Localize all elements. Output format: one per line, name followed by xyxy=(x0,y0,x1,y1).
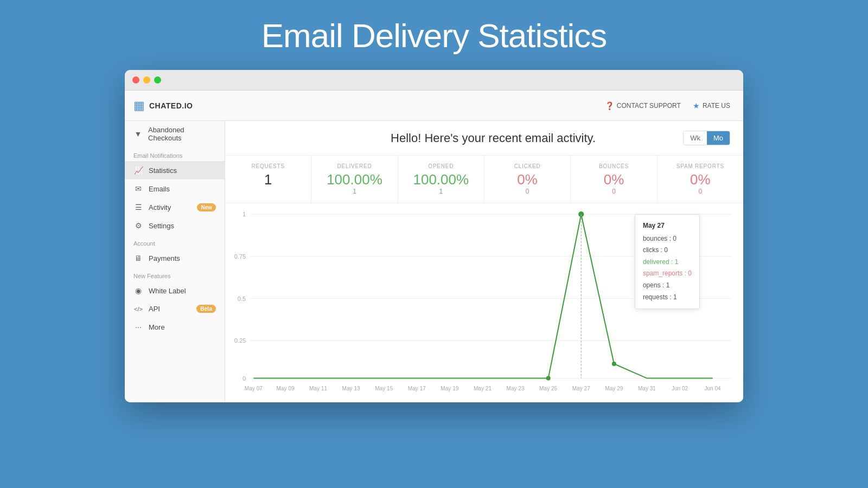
period-month-button[interactable]: Mo xyxy=(707,131,730,145)
svg-text:Jun 04: Jun 04 xyxy=(704,386,721,391)
svg-text:May 31: May 31 xyxy=(638,386,656,391)
sidebar-section-new-features: New Features xyxy=(125,267,225,281)
tooltip-opens-val: 1 xyxy=(666,281,670,289)
close-button[interactable] xyxy=(132,76,139,84)
sidebar-item-api[interactable]: </> API Beta xyxy=(125,300,225,318)
sidebar-item-label: Abandoned Checkouts xyxy=(148,126,216,142)
sidebar-statistics-label: Statistics xyxy=(149,166,177,175)
app-window: ▦ CHATED.IO ❓ CONTACT SUPPORT ★ RATE US … xyxy=(125,70,743,402)
tooltip-requests-val: 1 xyxy=(673,293,677,301)
requests-value: 1 xyxy=(234,172,302,187)
tooltip-clicks: clicks : 0 xyxy=(643,245,692,256)
tooltip-bounces: bounces : 0 xyxy=(643,233,692,245)
sidebar-item-more[interactable]: ··· More xyxy=(125,318,225,336)
activity-new-badge: New xyxy=(197,203,216,211)
svg-text:May 29: May 29 xyxy=(605,386,623,391)
white-label-icon: ◉ xyxy=(133,286,143,295)
svg-text:0: 0 xyxy=(242,375,246,382)
help-icon: ❓ xyxy=(605,101,614,110)
spam-value: 0% xyxy=(666,172,735,187)
svg-text:May 19: May 19 xyxy=(441,386,458,391)
clicked-value: 0% xyxy=(493,172,561,187)
titlebar xyxy=(125,70,743,91)
maximize-button[interactable] xyxy=(154,76,161,84)
main-content: Hello! Here's your recent email activity… xyxy=(225,121,743,402)
traffic-lights xyxy=(132,76,161,84)
requests-label: REQUESTS xyxy=(234,163,302,169)
sidebar-item-emails[interactable]: ✉ Emails xyxy=(125,179,225,198)
svg-text:0.75: 0.75 xyxy=(234,253,246,260)
page-title: Email Delivery Statistics xyxy=(261,16,607,55)
gear-icon: ⚙ xyxy=(133,221,143,230)
delivered-value: 100.00% xyxy=(320,172,388,187)
contact-support-label: CONTACT SUPPORT xyxy=(617,102,681,110)
chart-area: 1 0.75 0.5 0.25 0 May 07 May 09 May 11 xyxy=(225,203,743,402)
content-header: Hello! Here's your recent email activity… xyxy=(225,121,743,156)
svg-text:1: 1 xyxy=(242,211,246,217)
stats-row: REQUESTS 1 DELIVERED 100.00% 1 OPENED 10… xyxy=(225,156,743,203)
sidebar-item-abandoned-checkouts[interactable]: ▼ Abandoned Checkouts xyxy=(125,121,225,147)
app-layout: ▼ Abandoned Checkouts Email Notification… xyxy=(125,121,743,402)
code-icon: </> xyxy=(133,306,143,312)
rate-us-button[interactable]: ★ RATE US xyxy=(688,99,735,113)
svg-point-27 xyxy=(612,362,616,366)
svg-text:Jun 02: Jun 02 xyxy=(672,386,688,391)
opened-label: OPENED xyxy=(407,163,475,169)
chart-icon: 📈 xyxy=(133,166,143,175)
contact-support-button[interactable]: ❓ CONTACT SUPPORT xyxy=(601,99,685,113)
bounces-label: BOUNCES xyxy=(579,163,648,169)
star-icon: ★ xyxy=(693,101,700,110)
spam-sub: 0 xyxy=(666,188,735,195)
sidebar-emails-label: Emails xyxy=(149,185,170,193)
svg-text:May 21: May 21 xyxy=(474,386,492,391)
api-beta-badge: Beta xyxy=(196,305,216,313)
period-week-button[interactable]: Wk xyxy=(684,131,707,145)
tooltip-delivered-val: 1 xyxy=(675,258,679,266)
chart-tooltip: May 27 bounces : 0 clicks : 0 delivered … xyxy=(635,214,700,309)
sidebar-payments-label: Payments xyxy=(149,254,180,262)
svg-text:0.25: 0.25 xyxy=(234,337,246,344)
top-bar: ▦ CHATED.IO ❓ CONTACT SUPPORT ★ RATE US xyxy=(125,91,743,121)
bounces-value: 0% xyxy=(579,172,648,187)
tooltip-opens: opens : 1 xyxy=(643,280,692,292)
stat-card-clicked: CLICKED 0% 0 xyxy=(484,156,571,203)
tooltip-requests: requests : 1 xyxy=(643,292,692,304)
minimize-button[interactable] xyxy=(143,76,150,84)
delivered-label: DELIVERED xyxy=(320,163,388,169)
sidebar: ▼ Abandoned Checkouts Email Notification… xyxy=(125,121,225,402)
top-bar-actions: ❓ CONTACT SUPPORT ★ RATE US xyxy=(601,99,735,113)
tooltip-date: May 27 xyxy=(643,220,692,232)
opened-value: 100.00% xyxy=(407,172,475,187)
spam-label: SPAM REPORTS xyxy=(666,163,735,169)
sidebar-activity-label: Activity xyxy=(149,203,171,211)
sidebar-section-account: Account xyxy=(125,235,225,249)
sidebar-settings-label: Settings xyxy=(149,222,174,230)
content-title: Hello! Here's your recent email activity… xyxy=(303,131,683,145)
svg-text:May 23: May 23 xyxy=(507,386,525,391)
svg-text:May 13: May 13 xyxy=(342,386,360,391)
clicked-label: CLICKED xyxy=(493,163,561,169)
delivered-sub: 1 xyxy=(320,188,388,195)
tooltip-bounces-val: 0 xyxy=(673,235,676,242)
sidebar-item-white-label[interactable]: ◉ White Label xyxy=(125,281,225,300)
svg-text:May 27: May 27 xyxy=(572,386,590,391)
tooltip-delivered: delivered : 1 xyxy=(643,256,692,268)
svg-text:0.5: 0.5 xyxy=(238,296,246,302)
logo-icon: ▦ xyxy=(133,99,145,113)
svg-text:May 09: May 09 xyxy=(276,386,294,391)
sidebar-item-statistics[interactable]: 📈 Statistics xyxy=(125,161,225,179)
stat-card-spam: SPAM REPORTS 0% 0 xyxy=(658,156,743,203)
sidebar-api-label: API xyxy=(149,305,160,313)
sidebar-item-settings[interactable]: ⚙ Settings xyxy=(125,216,225,235)
sidebar-more-label: More xyxy=(149,323,165,331)
sidebar-item-activity[interactable]: ☰ Activity New xyxy=(125,198,225,216)
sidebar-section-email: Email Notifications xyxy=(125,147,225,161)
stat-card-requests: REQUESTS 1 xyxy=(225,156,311,203)
tooltip-spam: spam_reports : 0 xyxy=(643,268,692,280)
bounces-sub: 0 xyxy=(579,188,648,195)
filter-icon: ▼ xyxy=(133,130,143,138)
rate-us-label: RATE US xyxy=(703,102,730,110)
tooltip-spam-val: 0 xyxy=(688,269,692,277)
sidebar-item-payments[interactable]: 🖥 Payments xyxy=(125,249,225,267)
payments-icon: 🖥 xyxy=(133,254,143,262)
